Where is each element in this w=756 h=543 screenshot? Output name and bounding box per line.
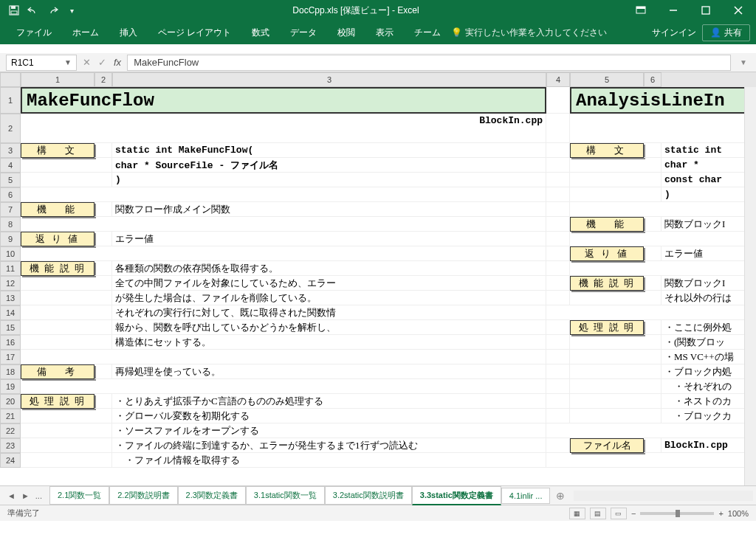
worksheet-grid[interactable]: 1 2 3 4 5 6 1 2 3 4 5 6 7 8 9 10 11 12 1… bbox=[0, 72, 756, 485]
page-layout-view-icon[interactable]: ▤ bbox=[590, 508, 606, 519]
row-header[interactable]: 12 bbox=[0, 276, 21, 291]
tab-home[interactable]: ホーム bbox=[62, 22, 109, 44]
syntax-header: 構 文 bbox=[21, 143, 94, 158]
qat-dropdown-icon[interactable]: ▾ bbox=[65, 4, 78, 17]
cell bbox=[644, 276, 662, 291]
sheet-tab[interactable]: 2.3関数定義書 bbox=[178, 486, 246, 505]
tab-team[interactable]: チーム bbox=[404, 22, 451, 44]
proc-line: ・グローバル変数を初期化する bbox=[112, 409, 546, 423]
zoom-out-button[interactable]: − bbox=[631, 509, 636, 518]
minimize-button[interactable] bbox=[659, 1, 688, 19]
row-header[interactable]: 4 bbox=[0, 158, 21, 173]
row-header[interactable]: 7 bbox=[0, 202, 21, 217]
row-header[interactable]: 11 bbox=[0, 261, 21, 276]
row-header[interactable]: 5 bbox=[0, 173, 21, 187]
horizontal-scrollbar[interactable] bbox=[574, 491, 753, 501]
enter-icon[interactable]: ✓ bbox=[98, 57, 106, 68]
col-header[interactable]: 1 bbox=[21, 72, 94, 87]
proc-line: ・とりあえず拡張子かC言語のもののみ処理する bbox=[112, 394, 546, 409]
sheet-tab[interactable]: 2.2関数説明書 bbox=[109, 486, 177, 505]
sheet-tab[interactable]: 2.1関数一覧 bbox=[49, 486, 109, 505]
zoom-in-button[interactable]: + bbox=[718, 509, 723, 518]
ribbon-options-icon[interactable] bbox=[626, 1, 656, 19]
page-break-view-icon[interactable]: ▭ bbox=[611, 508, 627, 519]
col-header[interactable]: 4 bbox=[546, 72, 570, 87]
row-header[interactable]: 10 bbox=[0, 246, 21, 261]
tell-me-search[interactable]: 💡 実行したい作業を入力してください bbox=[451, 27, 607, 39]
row-header[interactable]: 15 bbox=[0, 320, 21, 335]
sheet-nav-prev-icon[interactable]: ◄ bbox=[7, 491, 16, 500]
svg-rect-2 bbox=[11, 11, 17, 14]
chevron-down-icon[interactable]: ▼ bbox=[64, 58, 72, 66]
proc-line-r: ・MS VC++の場 bbox=[662, 350, 750, 364]
row-header[interactable]: 13 bbox=[0, 291, 21, 305]
cell bbox=[546, 158, 570, 173]
tab-layout[interactable]: ページ レイアウト bbox=[148, 22, 241, 44]
tab-file[interactable]: ファイル bbox=[6, 22, 62, 44]
title-bar: ▾ DocCpp.xls [保護ビュー] - Excel bbox=[0, 0, 756, 21]
select-all-corner[interactable] bbox=[0, 72, 21, 87]
cell bbox=[546, 379, 570, 394]
status-bar: 準備完了 ▦ ▤ ▭ − + 100% bbox=[0, 505, 756, 521]
sheet-tab[interactable]: 3.1static関数一覧 bbox=[246, 486, 325, 505]
cell bbox=[570, 232, 755, 246]
file-header-r: ファイル名 bbox=[570, 438, 644, 453]
tab-data[interactable]: データ bbox=[280, 22, 327, 44]
save-icon[interactable] bbox=[7, 4, 21, 17]
col-header[interactable]: 5 bbox=[570, 72, 644, 87]
undo-icon[interactable] bbox=[27, 4, 40, 17]
tab-view[interactable]: 表示 bbox=[365, 22, 404, 44]
zoom-level[interactable]: 100% bbox=[728, 509, 749, 518]
sheet-tab[interactable]: 4.1inlir ... bbox=[501, 488, 551, 504]
sheet-tab[interactable]: 3.2static関数説明書 bbox=[325, 486, 412, 505]
row-header[interactable]: 6 bbox=[0, 187, 21, 202]
cell bbox=[546, 453, 755, 468]
formula-bar[interactable]: MakeFuncFlow bbox=[127, 55, 731, 71]
row-header[interactable]: 16 bbox=[0, 335, 21, 350]
desc-line: 構造体にセットする。 bbox=[112, 335, 546, 350]
tab-review[interactable]: 校閲 bbox=[327, 22, 365, 44]
name-box[interactable]: R1C1 ▼ bbox=[6, 55, 77, 71]
new-sheet-button[interactable]: ⊕ bbox=[550, 490, 571, 502]
sign-in-link[interactable]: サインイン bbox=[652, 27, 696, 39]
row-header[interactable]: 24 bbox=[0, 453, 21, 468]
row-header[interactable]: 23 bbox=[0, 438, 21, 453]
sheet-nav-next-icon[interactable]: ► bbox=[21, 491, 30, 500]
row-header[interactable]: 19 bbox=[0, 379, 21, 394]
maximize-button[interactable] bbox=[691, 1, 721, 19]
sheet-tab-active[interactable]: 3.3static関数定義書 bbox=[412, 486, 501, 505]
normal-view-icon[interactable]: ▦ bbox=[569, 508, 585, 519]
close-button[interactable] bbox=[724, 1, 753, 19]
share-button[interactable]: 👤 共有 bbox=[702, 24, 750, 41]
row-header[interactable]: 14 bbox=[0, 305, 21, 320]
row-header[interactable]: 2 bbox=[0, 114, 21, 143]
row-header[interactable]: 1 bbox=[0, 87, 21, 114]
row-header[interactable]: 8 bbox=[0, 217, 21, 232]
zoom-slider[interactable] bbox=[640, 512, 714, 515]
col-header[interactable]: 3 bbox=[112, 72, 546, 87]
desc-header: 機 能 説 明 bbox=[21, 261, 94, 276]
row-header[interactable]: 3 bbox=[0, 143, 21, 158]
proc-line-r: ・(関数ブロッ bbox=[662, 335, 750, 350]
cancel-icon[interactable]: ✕ bbox=[83, 57, 91, 68]
proc-line-r: ・ネストのカ bbox=[662, 394, 750, 409]
tab-insert[interactable]: 挿入 bbox=[109, 22, 148, 44]
col-header[interactable]: 2 bbox=[94, 72, 112, 87]
vertical-scrollbar[interactable] bbox=[744, 87, 756, 485]
expand-formula-icon[interactable]: ▼ bbox=[737, 58, 750, 66]
redo-icon[interactable] bbox=[46, 4, 59, 17]
row-header[interactable]: 20 bbox=[0, 394, 21, 409]
cell bbox=[570, 335, 662, 350]
cell bbox=[546, 173, 570, 187]
sheet-nav-ellipsis[interactable]: ... bbox=[35, 491, 42, 500]
row-header[interactable]: 18 bbox=[0, 364, 21, 379]
row-header[interactable]: 17 bbox=[0, 350, 21, 364]
tab-formulas[interactable]: 数式 bbox=[241, 22, 280, 44]
col-header[interactable]: 6 bbox=[644, 72, 662, 87]
row-header[interactable]: 21 bbox=[0, 409, 21, 423]
cells[interactable]: MakeFuncFlow AnalysisLineIn BlockIn.cpp … bbox=[21, 87, 756, 468]
cell bbox=[546, 276, 570, 291]
row-header[interactable]: 22 bbox=[0, 423, 21, 438]
row-header[interactable]: 9 bbox=[0, 232, 21, 246]
fx-icon[interactable]: fx bbox=[114, 57, 121, 68]
